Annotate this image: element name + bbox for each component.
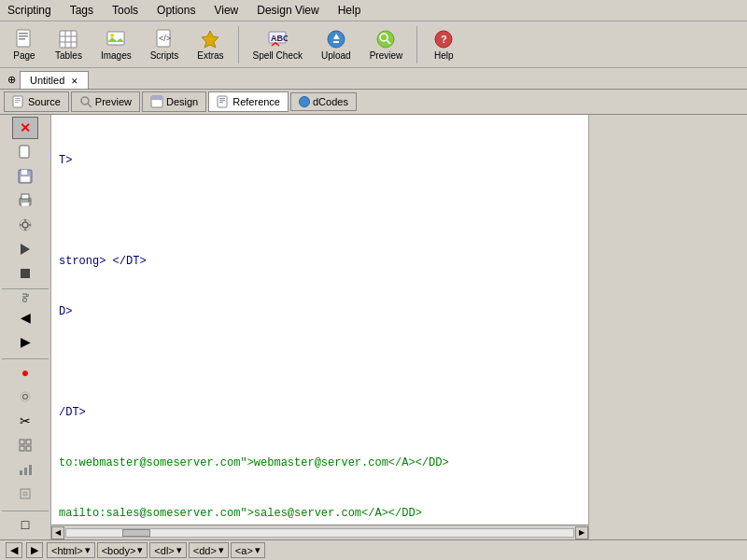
toolbar-preview-btn[interactable]: Preview	[363, 25, 410, 63]
svg-rect-25	[15, 98, 21, 99]
svg-text:?: ?	[441, 34, 447, 45]
sidebar-empty-btn[interactable]: □	[12, 513, 38, 536]
svg-rect-1	[19, 33, 28, 35]
svg-rect-26	[15, 100, 21, 101]
subtab-dcodes[interactable]: dCodes	[290, 92, 357, 111]
hscrollbar-thumb[interactable]	[122, 529, 150, 537]
hscroll-left-btn[interactable]: ◀	[51, 526, 64, 539]
toolbar-images-btn[interactable]: Images	[94, 25, 138, 63]
sidebar-print-btn[interactable]	[12, 189, 38, 212]
sidebar-new-btn[interactable]	[12, 141, 38, 163]
hscrollbar-area: ◀ ▶	[51, 525, 588, 539]
breadcrumb-body[interactable]: <body> ▾	[97, 542, 148, 558]
menu-view[interactable]: View	[210, 2, 242, 19]
menu-designview[interactable]: Design View	[253, 2, 322, 19]
toolbar-tables-btn[interactable]: Tables	[49, 25, 89, 63]
menu-scripting[interactable]: Scripting	[4, 2, 55, 19]
svg-rect-3	[19, 38, 25, 40]
breadcrumb-dl-label: <dl>	[154, 545, 174, 556]
code-line-4: D>	[59, 303, 581, 320]
tab-untitled[interactable]: Untitled ✕	[20, 71, 89, 89]
sidebar-scissors-btn[interactable]: ✂	[12, 410, 38, 432]
toolbar-extras-btn[interactable]: Extras	[190, 25, 230, 63]
sidebar-settings-btn[interactable]	[12, 214, 38, 236]
sidebar-grid-btn[interactable]	[12, 434, 38, 456]
hscroll-right-btn[interactable]: ▶	[575, 526, 588, 539]
subtab-reference-label: Reference	[233, 96, 280, 107]
help-icon: ?	[432, 28, 455, 50]
page-icon	[13, 28, 35, 50]
svg-point-44	[22, 222, 28, 228]
left-sidebar: ✕ ño ◀ ▶ ● ✂	[0, 115, 51, 539]
toolbar-page-btn[interactable]: Page	[6, 25, 43, 63]
subtab-preview[interactable]: Preview	[71, 91, 140, 112]
menubar: Scripting Tags Tools Options View Design…	[0, 0, 747, 21]
sidebar-gear2-btn[interactable]	[12, 385, 38, 408]
editor-scrollable[interactable]: T> strong> </DT> D> /DT> to:webmaster@so…	[51, 115, 588, 525]
main-area: ✕ ño ◀ ▶ ● ✂	[0, 115, 747, 539]
menu-help[interactable]: Help	[334, 2, 365, 19]
breadcrumb-a[interactable]: <a> ▾	[231, 542, 265, 558]
toolbar-preview-label: Preview	[370, 50, 403, 61]
chevron-down-dl-icon: ▾	[176, 544, 182, 556]
svg-rect-62	[23, 492, 27, 496]
menu-tags[interactable]: Tags	[66, 2, 97, 19]
chevron-down-body-icon: ▾	[137, 544, 143, 556]
breadcrumb-html[interactable]: <html> ▾	[47, 542, 95, 558]
subtab-row: Source Preview Design Reference dCodes	[0, 90, 747, 115]
toolbar-upload-btn[interactable]: Upload	[315, 25, 358, 63]
svg-rect-58	[20, 470, 22, 475]
svg-line-29	[88, 104, 92, 107]
toolbar-page-label: Page	[13, 50, 35, 61]
svg-rect-36	[20, 146, 29, 158]
subtab-design[interactable]: Design	[142, 91, 206, 112]
svg-rect-41	[21, 194, 29, 199]
sidebar-red-btn[interactable]: ●	[12, 361, 38, 384]
extras-icon	[199, 28, 221, 50]
svg-text:</>: </>	[159, 34, 171, 43]
toolbar-help-btn[interactable]: ? Help	[425, 25, 462, 63]
svg-point-43	[28, 200, 30, 202]
subtab-source[interactable]: Source	[4, 91, 69, 112]
svg-rect-27	[15, 102, 19, 103]
sidebar-close-btn[interactable]: ✕	[12, 117, 38, 139]
subtab-dcodes-label: dCodes	[313, 96, 348, 107]
breadcrumb-dd[interactable]: <dd> ▾	[189, 542, 229, 558]
svg-rect-18	[333, 41, 339, 43]
toolbar: Page Tables Images </> Scripts Extras AB…	[0, 21, 747, 68]
sidebar-box-btn[interactable]	[12, 483, 38, 505]
subtab-reference[interactable]: Reference	[208, 91, 289, 112]
hscrollbar-track[interactable]	[65, 528, 574, 538]
menu-tools[interactable]: Tools	[108, 2, 142, 19]
dcodes-circle-icon	[299, 96, 310, 107]
tab-close-btn[interactable]: ✕	[71, 77, 78, 86]
svg-rect-42	[21, 203, 29, 206]
tab-new-btn[interactable]: ⊕	[4, 71, 20, 89]
sidebar-chart-btn[interactable]	[12, 458, 38, 481]
svg-rect-2	[19, 35, 28, 37]
toolbar-spellcheck-label: Spell Check	[253, 50, 303, 61]
sidebar-next-btn[interactable]: ▶	[12, 330, 38, 353]
svg-point-10	[110, 34, 114, 37]
tables-icon	[57, 28, 79, 50]
status-nav-prev[interactable]: ◀	[6, 542, 22, 558]
toolbar-scripts-btn[interactable]: </> Scripts	[144, 25, 186, 63]
scripts-icon: </>	[153, 28, 176, 50]
upload-icon	[325, 28, 347, 50]
sidebar-stop-btn[interactable]	[12, 262, 38, 285]
editor-area: T> strong> </DT> D> /DT> to:webmaster@so…	[51, 115, 588, 539]
breadcrumb-dl[interactable]: <dl> ▾	[149, 542, 186, 558]
sidebar-prev-btn[interactable]: ◀	[12, 306, 38, 329]
toolbar-tables-label: Tables	[55, 50, 82, 61]
toolbar-spellcheck-btn[interactable]: ABC Spell Check	[247, 25, 309, 63]
status-nav-next[interactable]: ▶	[26, 542, 43, 558]
code-area[interactable]: T> strong> </DT> D> /DT> to:webmaster@so…	[51, 115, 588, 525]
editor-content[interactable]: T> strong> </DT> D> /DT> to:webmaster@so…	[51, 115, 588, 525]
sidebar-save-btn[interactable]	[12, 165, 38, 188]
tab-label: Untitled	[30, 75, 64, 86]
svg-rect-4	[60, 31, 77, 48]
statusbar: ◀ ▶ <html> ▾ <body> ▾ <dl> ▾ <dd> ▾ <a> …	[0, 539, 747, 560]
svg-rect-31	[151, 96, 162, 100]
menu-options[interactable]: Options	[153, 2, 199, 19]
sidebar-run-btn[interactable]	[12, 238, 38, 260]
